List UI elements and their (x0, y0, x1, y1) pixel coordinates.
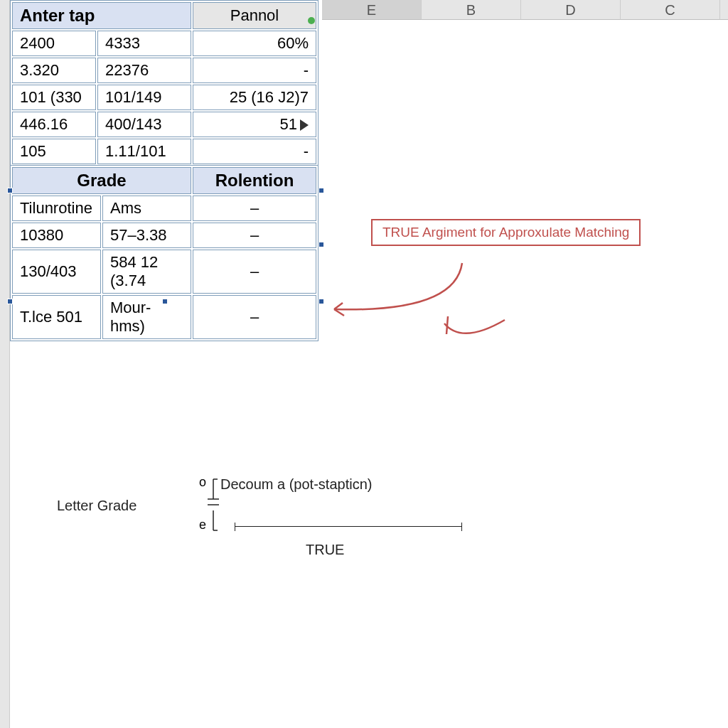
letter-grade-label: Letter Grade (57, 498, 136, 514)
table1-header-pannol: Pannol (193, 2, 316, 29)
range-line-icon (235, 526, 462, 527)
cell-comment-indicator-icon[interactable] (308, 17, 315, 24)
cell[interactable]: – (193, 295, 316, 339)
cell[interactable]: Tilunrotine (12, 196, 101, 221)
table2-header-rolention: Rolention (193, 167, 316, 194)
e-label: e (199, 518, 206, 532)
cell[interactable]: 1.11/101 (97, 139, 191, 164)
cell[interactable]: – (193, 250, 316, 294)
cell[interactable]: 25 (16 J2)7 (193, 85, 316, 110)
column-header-c[interactable]: C (621, 0, 720, 20)
cell[interactable]: 400/143 (97, 112, 191, 137)
cell[interactable]: 101 (330 (12, 85, 96, 110)
cell[interactable]: Mour-hms) (102, 295, 191, 339)
cell[interactable]: 60% (193, 31, 316, 56)
cell[interactable]: – (193, 196, 316, 221)
cell[interactable]: 51 (193, 112, 316, 137)
table1-header-antertap: Anter tap (12, 2, 191, 29)
data-table-2[interactable]: Grade Rolention Tilunrotine Ams – 10380 … (10, 165, 318, 341)
table-row[interactable]: Tilunrotine Ams – (12, 196, 316, 221)
cell[interactable]: T.lce 501 (12, 295, 101, 339)
column-header-b[interactable]: B (422, 0, 521, 20)
table-row[interactable]: 446.16 400/143 51 (12, 112, 316, 137)
cell[interactable]: 130/403 (12, 250, 101, 294)
cell[interactable]: 101/149 (97, 85, 191, 110)
true-label: TRUE (306, 542, 344, 558)
cell[interactable]: 3.320 (12, 58, 96, 83)
cell[interactable]: 4333 (97, 31, 191, 56)
cell[interactable]: 446.16 (12, 112, 96, 137)
selection-handle-icon[interactable] (162, 299, 168, 304)
data-table-1[interactable]: Anter tap Pannol 2400 4333 60% 3.320 223… (10, 0, 318, 166)
column-header-k[interactable]: K (720, 0, 728, 20)
table-row[interactable]: 101 (330 101/149 25 (16 J2)7 (12, 85, 316, 110)
o-label: o (199, 475, 206, 489)
table-row[interactable]: 10380 57–3.38 – (12, 223, 316, 248)
table-row[interactable]: 3.320 22376 - (12, 58, 316, 83)
cell[interactable]: 10380 (12, 223, 101, 248)
cell[interactable]: 105 (12, 139, 96, 164)
cell[interactable]: 22376 (97, 58, 191, 83)
row-gutter (0, 0, 10, 728)
annotation-arrow-icon (320, 249, 533, 355)
selection-handle-icon[interactable] (7, 188, 13, 193)
brace-icon: o e (199, 473, 228, 537)
cell[interactable]: 2400 (12, 31, 96, 56)
selection-handle-icon[interactable] (7, 299, 13, 304)
cell[interactable]: – (193, 223, 316, 248)
table-row[interactable]: 130/403 584 12 (3.74 – (12, 250, 316, 294)
cell[interactable]: - (193, 139, 316, 164)
column-header-e[interactable]: E (322, 0, 422, 20)
cell[interactable]: Ams (102, 196, 191, 221)
column-header-d[interactable]: D (521, 0, 621, 20)
table2-header-grade: Grade (12, 167, 191, 194)
play-icon (300, 119, 309, 131)
cell[interactable]: - (193, 58, 316, 83)
cell[interactable]: 57–3.38 (102, 223, 191, 248)
table-row[interactable]: 2400 4333 60% (12, 31, 316, 56)
selection-handle-icon[interactable] (318, 188, 324, 193)
cell[interactable]: 584 12 (3.74 (102, 250, 191, 294)
decoum-label: Decoum a (pot-stapticn) (220, 476, 372, 493)
selection-handle-icon[interactable] (318, 242, 324, 247)
column-headers: E B D C K (322, 0, 728, 20)
table-row[interactable]: 105 1.11/101 - (12, 139, 316, 164)
annotation-callout: TRUE Argiment for Approxulate Matching (371, 219, 641, 246)
